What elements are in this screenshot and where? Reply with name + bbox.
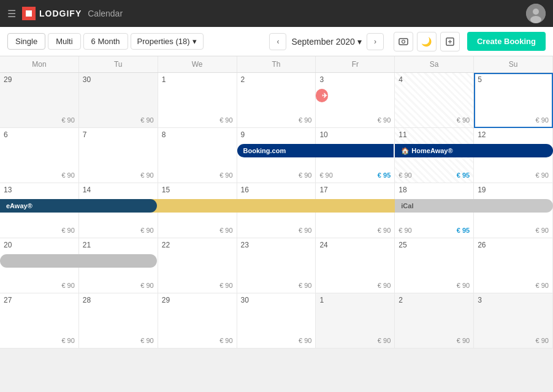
week-3-row: 13 € 90 14 € 90 15 € 90 16 € 90 17 € 90 … <box>0 183 553 238</box>
hamburger-icon[interactable]: ☰ <box>7 8 16 20</box>
svg-rect-3 <box>399 39 408 45</box>
toolbar: Single Multi 6 Month Properties (18) ▾ ‹… <box>0 27 553 56</box>
header-tu: Tu <box>79 56 158 72</box>
logo-inner <box>26 10 32 17</box>
header-fr: Fr <box>316 56 395 72</box>
toolbar-icons: 🌙 <box>394 32 460 51</box>
week-2-row: 6 € 90 7 € 90 8 € 90 9 € 90 10 € 90 € 95… <box>0 128 553 183</box>
create-booking-btn[interactable]: Create Booking <box>467 32 546 51</box>
header-sa: Sa <box>395 56 474 72</box>
week-5: 27 € 90 28 € 90 29 € 90 30 € 90 1 € 90 2… <box>0 293 553 349</box>
header-we: We <box>158 56 237 72</box>
sixmonth-view-btn[interactable]: 6 Month <box>83 33 128 50</box>
cell-sep-8[interactable]: 8 € 90 <box>158 128 237 183</box>
week-3: 13 € 90 14 € 90 15 € 90 16 € 90 17 € 90 … <box>0 183 553 238</box>
single-view-btn[interactable]: Single <box>7 33 45 50</box>
cell-sep-13[interactable]: 13 € 90 <box>0 183 79 238</box>
week-1-row: 29 € 90 30 € 90 1 € 90 2 € 90 3 € 90 4 €… <box>0 73 553 128</box>
logo: LODGIFY <box>22 7 82 20</box>
calendar: Mon Tu We Th Fr Sa Su 29 € 90 30 € 90 1 … <box>0 56 553 349</box>
svg-point-4 <box>402 40 405 43</box>
cell-oct-3[interactable]: 3 € 90 <box>474 293 553 349</box>
cell-sep-12[interactable]: 12 € 90 <box>474 128 553 183</box>
cell-sep-29[interactable]: 29 € 90 <box>158 293 237 349</box>
chevron-down-icon: ▾ <box>193 37 197 46</box>
cell-sep-30[interactable]: 30 € 90 <box>237 293 316 349</box>
week-2: 6 € 90 7 € 90 8 € 90 9 € 90 10 € 90 € 95… <box>0 128 553 183</box>
section-title: Calendar <box>88 9 123 18</box>
cell-oct-2[interactable]: 2 € 90 <box>395 293 474 349</box>
week-4-row: 20 € 90 21 € 90 22 € 90 23 € 90 24 € 90 … <box>0 238 553 293</box>
cell-sep-5[interactable]: 5 € 90 <box>474 73 553 128</box>
month-dropdown-icon: ▾ <box>357 37 362 47</box>
cell-sep-26[interactable]: 26 € 90 <box>474 238 553 293</box>
header-th: Th <box>237 56 316 72</box>
cell-sep-15[interactable]: 15 € 90 <box>158 183 237 238</box>
month-label[interactable]: September 2020 ▾ <box>291 37 362 47</box>
logo-square <box>22 7 36 20</box>
cell-sep-18[interactable]: 18 € 90 € 95 <box>395 183 474 238</box>
avatar[interactable] <box>526 4 546 23</box>
cell-sep-10[interactable]: 10 € 90 € 95 <box>316 128 395 183</box>
cell-sep-1[interactable]: 1 € 90 <box>158 73 237 128</box>
cell-sep-16[interactable]: 16 € 90 <box>237 183 316 238</box>
calendar-day-headers: Mon Tu We Th Fr Sa Su <box>0 56 553 73</box>
next-month-btn[interactable]: › <box>367 33 384 50</box>
app-name: LODGIFY <box>39 9 82 18</box>
prev-month-btn[interactable]: ‹ <box>269 33 286 50</box>
week-4: 20 € 90 21 € 90 22 € 90 23 € 90 24 € 90 … <box>0 238 553 293</box>
cell-aug-29[interactable]: 29 € 90 <box>0 73 79 128</box>
cell-sep-21[interactable]: 21 € 90 <box>79 238 158 293</box>
cell-sep-19[interactable]: 19 € 90 <box>474 183 553 238</box>
header-su: Su <box>474 56 553 72</box>
cell-sep-2[interactable]: 2 € 90 <box>237 73 316 128</box>
cell-sep-25[interactable]: 25 € 90 <box>395 238 474 293</box>
cell-sep-4[interactable]: 4 € 90 <box>395 73 474 128</box>
cell-sep-24[interactable]: 24 € 90 <box>316 238 395 293</box>
cell-sep-28[interactable]: 28 € 90 <box>79 293 158 349</box>
cell-sep-11[interactable]: 11 € 90 € 95 <box>395 128 474 183</box>
export-icon-btn[interactable] <box>440 32 460 51</box>
properties-dropdown-btn[interactable]: Properties (18) ▾ <box>131 33 204 50</box>
svg-point-2 <box>530 16 541 23</box>
cell-oct-1[interactable]: 1 € 90 <box>316 293 395 349</box>
cell-sep-23[interactable]: 23 € 90 <box>237 238 316 293</box>
cell-sep-9[interactable]: 9 € 90 <box>237 128 316 183</box>
week-5-row: 27 € 90 28 € 90 29 € 90 30 € 90 1 € 90 2… <box>0 293 553 349</box>
cell-sep-14[interactable]: 14 € 90 <box>79 183 158 238</box>
svg-point-1 <box>533 9 539 15</box>
app-header: ☰ LODGIFY Calendar <box>0 0 553 27</box>
week-1: 29 € 90 30 € 90 1 € 90 2 € 90 3 € 90 4 €… <box>0 73 553 128</box>
cell-sep-17[interactable]: 17 € 90 <box>316 183 395 238</box>
moon-icon-btn[interactable]: 🌙 <box>417 32 437 51</box>
month-navigation: ‹ September 2020 ▾ › <box>269 33 384 50</box>
cell-sep-20[interactable]: 20 € 90 <box>0 238 79 293</box>
cell-sep-3[interactable]: 3 € 90 <box>316 73 395 128</box>
cell-sep-6[interactable]: 6 € 90 <box>0 128 79 183</box>
currency-icon-btn[interactable] <box>394 32 413 51</box>
cell-sep-27[interactable]: 27 € 90 <box>0 293 79 349</box>
multi-view-btn[interactable]: Multi <box>48 33 80 50</box>
cell-aug-30[interactable]: 30 € 90 <box>79 73 158 128</box>
cell-sep-7[interactable]: 7 € 90 <box>79 128 158 183</box>
header-mon: Mon <box>0 56 79 72</box>
cell-sep-22[interactable]: 22 € 90 <box>158 238 237 293</box>
